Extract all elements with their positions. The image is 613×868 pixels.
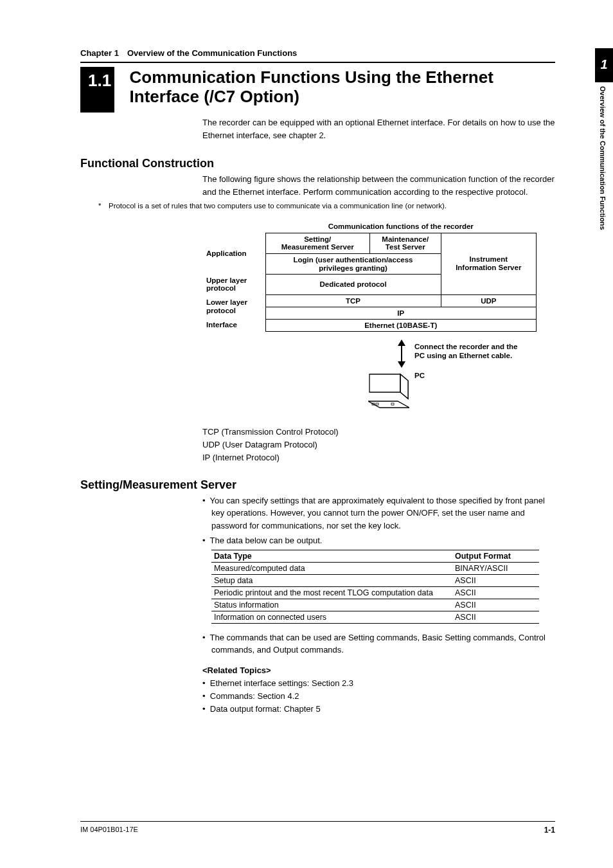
pc-icon xyxy=(368,373,409,413)
chapter-header: Chapter 1 Overview of the Communication … xyxy=(80,48,555,58)
page-footer: IM 04P01B01-17E 1-1 xyxy=(80,821,555,835)
related-heading: <Related Topics> xyxy=(202,665,555,675)
double-arrow-icon xyxy=(395,339,408,370)
iface-label: Interface xyxy=(202,319,265,331)
table-row: ASCII xyxy=(452,586,539,599)
table-row: Information on connected users xyxy=(211,611,452,623)
connect-caption: Connect the recorder and thePC using an … xyxy=(414,342,517,361)
bullet-2: • The data below can be output. xyxy=(202,534,555,547)
layer-table: Communication functions of the recorder … xyxy=(202,221,537,332)
cell-maint-server: Maintenance/Test Server xyxy=(369,233,441,253)
table-row: ASCII xyxy=(452,611,539,623)
related-item: • Ethernet interface settings: Section 2… xyxy=(202,677,555,690)
cell-ip: IP xyxy=(265,307,537,319)
related-topics: <Related Topics> • Ethernet interface se… xyxy=(202,665,555,716)
cell-iface: Ethernet (10BASE-T) xyxy=(265,319,537,331)
table-row: Setup data xyxy=(211,574,452,586)
page-number: 1-1 xyxy=(544,826,555,835)
divider xyxy=(80,62,555,63)
func-paragraph: The following figure shows the relations… xyxy=(202,173,555,198)
svg-marker-1 xyxy=(398,339,405,346)
table-row: Status information xyxy=(211,599,452,611)
bullet-3: • The commands that can be used are Sett… xyxy=(202,631,555,656)
section-number: 1.1 xyxy=(80,67,114,113)
subheading-functional: Functional Construction xyxy=(80,157,555,170)
intro-paragraph: The recorder can be equipped with an opt… xyxy=(202,116,555,141)
ip-def: IP (Internet Protocol) xyxy=(202,451,555,464)
col-output-format: Output Format xyxy=(452,550,539,562)
svg-marker-2 xyxy=(398,361,405,368)
cell-dedicated: Dedicated protocol xyxy=(265,275,441,294)
table-row: Measured/computed data xyxy=(211,562,452,574)
cell-tcp: TCP xyxy=(265,294,441,307)
section-title-row: 1.1 Communication Functions Using the Et… xyxy=(80,67,555,113)
table-row: ASCII xyxy=(452,574,539,586)
tcp-def: TCP (Transmission Control Protocol) xyxy=(202,426,555,439)
section-title: Communication Functions Using the Ethern… xyxy=(130,67,555,107)
subheading-server: Setting/Measurement Server xyxy=(80,478,555,492)
table-row: ASCII xyxy=(452,599,539,611)
doc-id: IM 04P01B01-17E xyxy=(80,826,138,835)
table-row: BINARY/ASCII xyxy=(452,562,539,574)
upper-label: Upper layerprotocol xyxy=(202,275,265,294)
lower-label: Lower layerprotocol xyxy=(202,294,265,319)
pc-diagram: Connect the recorder and thePC using an … xyxy=(202,339,555,417)
footnote: * Protocol is a set of rules that two co… xyxy=(105,201,555,212)
cell-login: Login (user authentication/accessprivile… xyxy=(265,253,441,274)
protocol-definitions: TCP (Transmission Control Protocol) UDP … xyxy=(202,426,555,464)
pc-label: PC xyxy=(414,372,425,379)
related-item: • Commands: Section 4.2 xyxy=(202,690,555,703)
cell-udp: UDP xyxy=(441,294,536,307)
related-item: • Data output format: Chapter 5 xyxy=(202,703,555,716)
app-label: Application xyxy=(202,233,265,275)
table-super-header: Communication functions of the recorder xyxy=(265,221,537,233)
data-type-table: Data Type Output Format Measured/compute… xyxy=(211,550,539,624)
cell-setting-server: Setting/Measurement Server xyxy=(265,233,369,253)
bullet-1: • You can specify settings that are appr… xyxy=(202,494,555,532)
udp-def: UDP (User Datagram Protocol) xyxy=(202,439,555,451)
col-data-type: Data Type xyxy=(211,550,452,562)
cell-instr-server: InstrumentInformation Server xyxy=(441,233,536,294)
table-row: Periodic printout and the most recent TL… xyxy=(211,586,452,599)
